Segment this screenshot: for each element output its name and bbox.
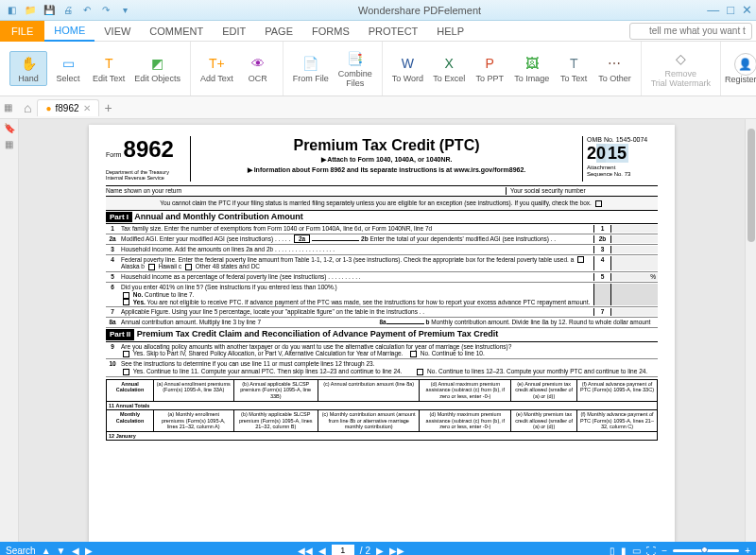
- other-states-checkbox[interactable]: [185, 264, 192, 270]
- nav-right-icon[interactable]: ▶: [85, 546, 93, 556]
- annual-hdr: Annual Calculation: [107, 379, 154, 401]
- line4-value[interactable]: [610, 256, 658, 271]
- form-attach: ▶ Attach to Form 1040, 1040A, or 1040NR.: [198, 156, 575, 164]
- document-tab[interactable]: ● f8962 ✕: [37, 99, 98, 116]
- line1-value[interactable]: [610, 225, 658, 233]
- menu-edit[interactable]: EDIT: [213, 21, 255, 42]
- to-ppt-tool[interactable]: PTo PPT: [471, 52, 508, 86]
- name-label: Name shown on your return: [106, 187, 507, 195]
- view-facing-icon[interactable]: ▭: [632, 546, 641, 556]
- zoom-out-button[interactable]: −: [662, 546, 667, 556]
- line6-yes: You are not eligible to receive PTC. If …: [147, 299, 591, 305]
- search-label[interactable]: Search: [6, 546, 36, 556]
- help-search-input[interactable]: [629, 23, 752, 40]
- from-file-tool[interactable]: 📄From File: [289, 52, 333, 86]
- edit-text-tool[interactable]: TEdit Text: [89, 52, 129, 86]
- scroll-thumb[interactable]: [747, 129, 755, 242]
- thumbnails-icon[interactable]: ▦: [5, 139, 13, 149]
- zoom-in-button[interactable]: +: [745, 546, 750, 556]
- line9-yes: Yes. Skip to Part IV, Shared Policy Allo…: [133, 350, 404, 356]
- view-single-icon[interactable]: ▯: [610, 546, 615, 556]
- menu-comment[interactable]: COMMENT: [140, 21, 213, 42]
- menu-view[interactable]: VIEW: [94, 21, 140, 42]
- save-icon[interactable]: 💾: [42, 3, 57, 18]
- zoom-thumb[interactable]: [701, 546, 708, 553]
- maximize-button[interactable]: □: [727, 3, 734, 17]
- to-excel-tool[interactable]: XTo Excel: [429, 52, 469, 86]
- document-viewport[interactable]: Form 8962 Department of the Treasury Int…: [19, 119, 745, 542]
- bookmarks-icon[interactable]: 🔖: [4, 123, 15, 133]
- qa-dropdown-icon[interactable]: ▾: [117, 3, 132, 18]
- line2b-value[interactable]: [610, 235, 658, 243]
- line10-yes-checkbox[interactable]: [123, 369, 129, 375]
- last-page-button[interactable]: ▶▶: [389, 546, 404, 556]
- redo-icon[interactable]: ↷: [98, 3, 113, 18]
- monthly-hdr: Monthly Calculation: [107, 410, 154, 432]
- calculation-table: Annual Calculation (a) Annual enrollment…: [106, 379, 658, 442]
- edit-objects-tool[interactable]: ◩Edit Objects: [130, 52, 184, 86]
- ocr-tool[interactable]: 👁OCR: [239, 52, 277, 86]
- to-word-tool[interactable]: WTo Word: [388, 52, 427, 86]
- minimize-button[interactable]: —: [707, 3, 719, 17]
- document-tabs: ▦ ⌂ ● f8962 ✕ +: [0, 96, 756, 119]
- exception-checkbox[interactable]: [595, 200, 602, 207]
- hand-tool[interactable]: ✋Hand: [9, 51, 47, 87]
- pdf-icon: ●: [45, 103, 51, 113]
- panel-toggle-icon[interactable]: ▦: [4, 102, 12, 113]
- ppt-icon: P: [480, 54, 499, 73]
- first-page-button[interactable]: ◀◀: [298, 546, 313, 556]
- open-icon[interactable]: 📁: [23, 3, 38, 18]
- zoom-slider[interactable]: [673, 549, 739, 552]
- alaska-checkbox[interactable]: [577, 256, 584, 263]
- menu-page[interactable]: PAGE: [255, 21, 302, 42]
- select-tool[interactable]: ▭Select: [49, 52, 87, 86]
- quick-access: ◧ 📁 💾 🖨 ↶ ↷ ▾: [4, 3, 132, 18]
- page-number-input[interactable]: [332, 545, 354, 555]
- tab-close-icon[interactable]: ✕: [83, 103, 91, 113]
- menu-forms[interactable]: FORMS: [302, 21, 359, 42]
- to-other-tool[interactable]: ⋯To Other: [594, 52, 635, 86]
- watermark-icon: ◇: [671, 49, 690, 68]
- combine-files-tool[interactable]: 📑Combine Files: [335, 47, 376, 91]
- line6-yes-checkbox[interactable]: [123, 299, 129, 305]
- menu-protect[interactable]: PROTECT: [359, 21, 428, 42]
- user-icon: 👤: [734, 53, 756, 76]
- nav-up-icon[interactable]: ▲: [42, 546, 51, 556]
- remove-watermark-tool[interactable]: ◇Remove Trial Watermark: [647, 47, 714, 91]
- next-page-button[interactable]: ▶: [376, 546, 384, 556]
- file-menu[interactable]: FILE: [0, 21, 44, 42]
- line6-no: Continue to line 7.: [145, 291, 194, 298]
- line9: Are you allocating policy amounts with a…: [121, 343, 656, 351]
- line9-yes-checkbox[interactable]: [123, 351, 129, 357]
- line3-value[interactable]: [610, 246, 658, 253]
- print-icon[interactable]: 🖨: [60, 3, 76, 18]
- add-text-tool[interactable]: T+Add Text: [197, 52, 237, 86]
- home-tab-icon[interactable]: ⌂: [24, 100, 31, 115]
- hawaii-checkbox[interactable]: [148, 264, 155, 270]
- menu-home[interactable]: HOME: [44, 21, 94, 42]
- to-text-tool[interactable]: TTo Text: [555, 52, 593, 86]
- undo-icon[interactable]: ↶: [79, 3, 94, 18]
- nav-down-icon[interactable]: ▼: [57, 546, 66, 556]
- line4: Federal poverty line. Enter the federal …: [121, 256, 574, 263]
- to-image-tool[interactable]: 🖼To Image: [510, 52, 553, 86]
- line5: Household income as a percentage of fede…: [119, 273, 593, 281]
- vertical-scrollbar[interactable]: [745, 119, 756, 542]
- menu-help[interactable]: HELP: [427, 21, 473, 42]
- statusbar: Search ▲ ▼ ◀ ▶ ◀◀ ◀ / 2 ▶ ▶▶ ▯ ▮ ▭ ⛶ − +: [0, 542, 756, 555]
- nav-left-icon[interactable]: ◀: [72, 546, 79, 556]
- line10-no-checkbox[interactable]: [417, 369, 423, 375]
- close-button[interactable]: ✕: [742, 3, 752, 17]
- ocr-icon: 👁: [249, 54, 267, 73]
- line5-value[interactable]: %: [610, 273, 658, 281]
- add-tab-button[interactable]: +: [105, 100, 112, 115]
- registered-button[interactable]: 👤Registered: [721, 51, 756, 87]
- fit-width-icon[interactable]: ⛶: [646, 546, 656, 556]
- tab-title: f8962: [56, 103, 79, 113]
- line6-no-checkbox[interactable]: [123, 292, 129, 299]
- page-count: / 2: [360, 546, 370, 556]
- line9-no-checkbox[interactable]: [410, 351, 417, 357]
- prev-page-button[interactable]: ◀: [318, 546, 326, 556]
- line7-value[interactable]: [610, 308, 658, 316]
- view-continuous-icon[interactable]: ▮: [621, 546, 627, 556]
